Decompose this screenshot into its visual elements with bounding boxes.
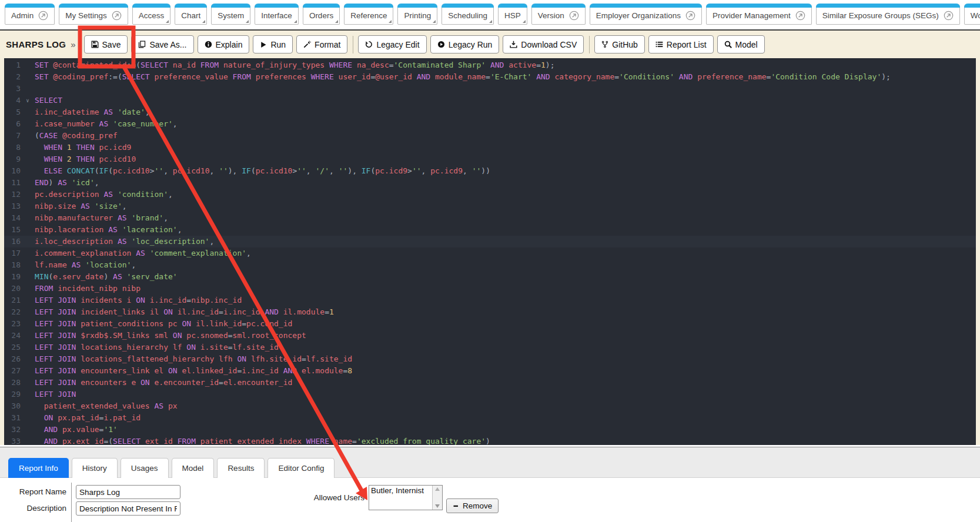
fold-chevron-icon[interactable]: ∨ — [24, 95, 31, 106]
report-info-panel: Report InfoHistoryUsagesModelResultsEdit… — [0, 447, 980, 522]
nav-tab-admin[interactable]: Admin — [5, 4, 55, 25]
model-button[interactable]: Model — [717, 35, 765, 53]
report-name-input[interactable] — [76, 485, 180, 499]
code-line[interactable]: 31 ON px.pat_id=i.pat_id — [4, 412, 976, 424]
nav-tab-similar-exposure-groups-segs[interactable]: Similar Exposure Groups (SEGs) — [816, 4, 960, 25]
code-line[interactable]: 4∨SELECT — [4, 95, 976, 106]
code-line[interactable]: 21LEFT JOIN incidents i ON i.inc_id=nibp… — [4, 295, 976, 306]
nav-tab-my-settings[interactable]: My Settings — [59, 4, 128, 25]
scroll-down-icon[interactable] — [435, 504, 440, 508]
description-input[interactable] — [76, 501, 180, 516]
external-link-icon[interactable] — [38, 11, 48, 21]
copy-icon — [138, 41, 146, 48]
scroll-up-icon[interactable] — [435, 487, 440, 491]
external-link-icon[interactable] — [944, 11, 954, 21]
code-line[interactable]: 22LEFT JOIN incident_links il ON il.inc_… — [4, 306, 976, 318]
tab-usages[interactable]: Usages — [121, 458, 169, 478]
code-line[interactable]: 28LEFT JOIN encounters e ON e.encounter_… — [4, 377, 976, 389]
code-line[interactable]: 2SET @coding_pref:=(SELECT preference_va… — [4, 71, 976, 83]
nav-tab-provider-management[interactable]: Provider Management — [706, 4, 812, 25]
code-line[interactable]: 14nibp.manufacturer AS 'brand', — [4, 212, 976, 224]
fold-gutter — [24, 224, 31, 236]
code-line[interactable]: 23LEFT JOIN patient_conditions pc ON il.… — [4, 318, 976, 330]
code-text: i.loc_description AS 'loc_description', — [31, 236, 214, 247]
tab-history[interactable]: History — [72, 458, 118, 478]
nav-tab-scheduling[interactable]: Scheduling — [441, 4, 494, 25]
code-line[interactable]: 24LEFT JOIN $rxdb$.SM_links sml ON pc.sn… — [4, 330, 976, 342]
code-line[interactable]: 13nibp.size AS 'size', — [4, 200, 976, 212]
code-line[interactable]: 6i.case_number AS 'case_number', — [4, 118, 976, 130]
code-text: i.case_number AS 'case_number', — [31, 118, 178, 130]
play-circle-icon — [437, 41, 445, 48]
fold-gutter — [24, 165, 31, 177]
code-line[interactable]: 19MIN(e.serv_date) AS 'serv_date' — [4, 271, 976, 283]
allowed-user-item[interactable]: Butler, Internist — [369, 486, 432, 496]
external-link-icon[interactable] — [112, 11, 122, 21]
tab-results[interactable]: Results — [217, 458, 265, 478]
code-line[interactable]: 26LEFT JOIN locations_flattened_hierarch… — [4, 353, 976, 365]
code-line[interactable]: 32 AND px.value='1' — [4, 424, 976, 436]
line-number: 31 — [4, 412, 24, 424]
legacy-run-button[interactable]: Legacy Run — [430, 35, 500, 53]
sql-code-editor[interactable]: 1SET @contaminated_id:=(SELECT na_id FRO… — [4, 58, 976, 445]
code-line[interactable]: 11END) AS 'icd', — [4, 177, 976, 189]
allowed-users-listbox[interactable]: Butler, Internist — [369, 485, 443, 510]
tab-editor-config[interactable]: Editor Config — [267, 458, 335, 478]
format-button[interactable]: Format — [296, 35, 347, 53]
nav-tab-work-locations[interactable]: Work Locations — [964, 4, 980, 25]
nav-tab-interface[interactable]: Interface — [255, 4, 299, 25]
nav-tab-chart[interactable]: Chart — [175, 4, 207, 25]
nav-tab-label: System — [218, 11, 244, 20]
github-button[interactable]: GitHub — [594, 35, 645, 53]
nav-tab-version[interactable]: Version — [531, 4, 586, 25]
code-line[interactable]: 25LEFT JOIN locations_hierarchy lf ON i.… — [4, 342, 976, 353]
legacy-edit-button[interactable]: Legacy Edit — [358, 35, 426, 53]
nav-tab-reference[interactable]: Reference — [344, 4, 393, 25]
tab-report-info[interactable]: Report Info — [8, 458, 69, 478]
code-line[interactable]: 7(CASE @coding_pref — [4, 130, 976, 142]
run-button[interactable]: Run — [253, 35, 293, 53]
code-line[interactable]: 12pc.description AS 'condition', — [4, 189, 976, 200]
code-line[interactable]: 27LEFT JOIN encounters_link el ON el.lin… — [4, 365, 976, 377]
code-line[interactable]: 18lf.name AS 'location', — [4, 259, 976, 271]
fold-gutter — [24, 142, 31, 153]
code-line[interactable]: 9 WHEN 2 THEN pc.icd10 — [4, 153, 976, 165]
fold-gutter — [24, 330, 31, 342]
code-line[interactable]: 5i.inc_datetime AS 'date', — [4, 106, 976, 118]
download-csv-button[interactable]: Download CSV — [503, 35, 584, 53]
report-list-button[interactable]: Report List — [648, 35, 714, 53]
code-line[interactable]: 3 — [4, 83, 976, 95]
code-line[interactable]: 10 ELSE CONCAT(IF(pc.icd10>'', pc.icd10,… — [4, 165, 976, 177]
external-link-icon[interactable] — [685, 11, 695, 21]
listbox-scrollbar[interactable] — [432, 486, 442, 510]
external-link-icon[interactable] — [569, 11, 579, 21]
code-text: nibp.manufacturer AS 'brand', — [31, 212, 168, 224]
nav-tab-access[interactable]: Access — [132, 4, 171, 25]
report-info-form: Report Name Description Allowed Users Bu… — [0, 478, 980, 522]
code-line[interactable]: 15nibp.laceration AS 'laceration', — [4, 224, 976, 236]
code-text: MIN(e.serv_date) AS 'serv_date' — [31, 271, 178, 283]
fold-gutter — [24, 212, 31, 224]
external-link-icon[interactable] — [795, 11, 805, 21]
nav-tab-employer-organizations[interactable]: Employer Organizations — [590, 4, 702, 25]
nav-tab-hsp[interactable]: HSP — [498, 4, 527, 25]
breadcrumb-chevron[interactable]: » — [71, 39, 75, 49]
nav-tab-printing[interactable]: Printing — [397, 4, 437, 25]
nav-tab-orders[interactable]: Orders — [303, 4, 340, 25]
explain-button[interactable]: Explain — [198, 35, 250, 53]
code-line[interactable]: 33 AND px.ext_id=(SELECT ext_id FROM pat… — [4, 436, 976, 445]
nav-tab-system[interactable]: System — [211, 4, 250, 25]
code-line[interactable]: 17i.comment_explanation AS 'comment_expl… — [4, 247, 976, 259]
save-as-button[interactable]: Save As... — [131, 35, 193, 53]
save-button[interactable]: Save — [84, 35, 128, 53]
remove-user-button[interactable]: Remove — [446, 498, 499, 513]
code-line[interactable]: 1SET @contaminated_id:=(SELECT na_id FRO… — [4, 59, 976, 71]
code-line[interactable]: 8 WHEN 1 THEN pc.icd9 — [4, 142, 976, 153]
fold-gutter — [24, 389, 31, 400]
fold-gutter — [24, 295, 31, 306]
code-line[interactable]: 16i.loc_description AS 'loc_description'… — [4, 236, 976, 247]
code-line[interactable]: 20FROM incident_nibp nibp — [4, 283, 976, 295]
code-line[interactable]: 29LEFT JOIN — [4, 389, 976, 400]
code-line[interactable]: 30 patient_extended_values AS px — [4, 400, 976, 412]
tab-model[interactable]: Model — [172, 458, 215, 478]
